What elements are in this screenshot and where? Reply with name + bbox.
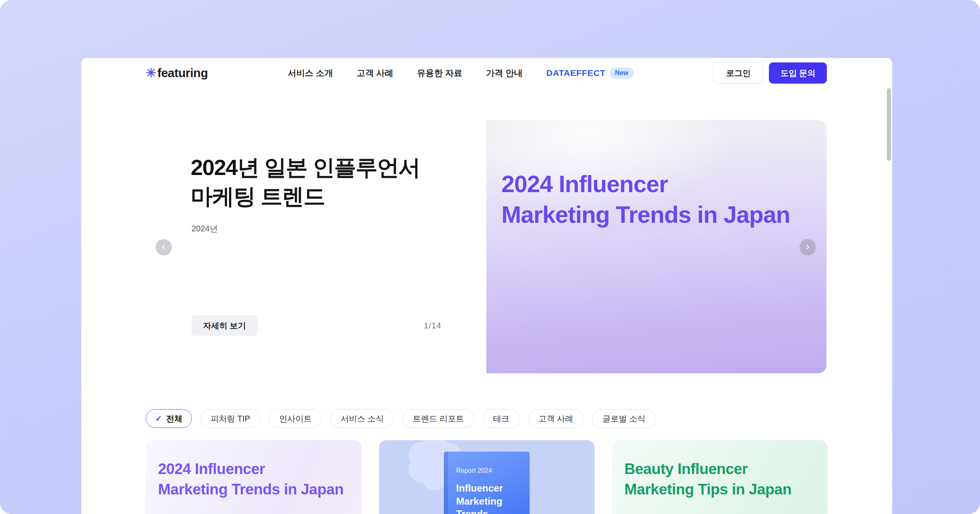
card3-title-line1: Beauty Influencer [624,461,748,477]
nav-links: 서비스 소개 고객 사례 유용한 자료 가격 안내 DATAEFFECT New [288,67,634,79]
report-cover-image: Report 2024 Influencer Marketing Trends … [444,452,530,514]
article-card-grid: 2024 Influencer Marketing Trends in Japa… [146,440,828,514]
nav-item-resources[interactable]: 유용한 자료 [417,67,462,79]
filter-chip-all-label: 전체 [166,413,183,424]
hero-title: 2024년 일본 인플루언서 마케팅 트렌드 [191,153,420,211]
article-card-trends-report[interactable]: Report 2024 Influencer Marketing Trends … [379,440,595,514]
filter-chip-featuring-tip[interactable]: 피처링 TIP [200,409,261,428]
featuring-logo[interactable]: ✳ featuring [146,66,208,80]
filter-chip-tech[interactable]: 테크 [483,409,520,428]
hero-slide-banner-image: 2024 Influencer Marketing Trends in Japa… [486,120,826,373]
filter-chip-global-news[interactable]: 글로벌 소식 [592,409,656,428]
see-more-button[interactable]: 자세히 보기 [192,315,258,336]
card-title-beauty-tips: Beauty Influencer Marketing Tips in Japa… [624,459,791,500]
hero-banner-line2: Marketing Trends in Japan [501,201,790,228]
filter-chip-service-news[interactable]: 서비스 소식 [330,409,394,428]
filter-chip-all[interactable]: ✓ 전체 [146,409,192,428]
hero-banner-title: 2024 Influencer Marketing Trends in Japa… [501,168,790,230]
page-scrollbar[interactable] [887,88,891,161]
logo-asterisk-icon: ✳ [146,67,156,79]
card1-title-line2: Marketing Trends in Japan [158,481,343,498]
dataeffect-label: DATAEFFECT [546,68,606,78]
report-cover-tag: Report 2024 [456,467,521,474]
browser-page: ✳ featuring 서비스 소개 고객 사례 유용한 자료 가격 안내 DA… [81,58,892,514]
card3-title-line2: Marketing Tips in Japan [624,481,791,498]
hero-slide-text-panel: 2024년 일본 인플루언서 마케팅 트렌드 2024년 자세히 보기 1/14 [146,120,486,373]
top-navbar: ✳ featuring 서비스 소개 고객 사례 유용한 자료 가격 안내 DA… [81,58,892,88]
carousel-prev-button[interactable]: ‹ [156,239,172,255]
cover-title-line2: Marketing [456,496,502,507]
filter-chip-trend-report[interactable]: 트렌드 리포트 [403,409,474,428]
nav-item-customer-cases[interactable]: 고객 사례 [356,67,393,79]
hero-banner-line1: 2024 Influencer [501,171,668,197]
report-cover-title: Influencer Marketing Trends Report [456,482,521,514]
hero-title-line1: 2024년 일본 인플루언서 [191,155,420,179]
cover-title-line1: Influencer [456,483,503,494]
logo-text: featuring [157,66,208,80]
card-title-trends-japan: 2024 Influencer Marketing Trends in Japa… [158,459,343,500]
article-card-beauty-tips[interactable]: Beauty Influencer Marketing Tips in Japa… [612,440,828,514]
carousel-next-button[interactable]: › [800,239,816,255]
nav-item-service-intro[interactable]: 서비스 소개 [288,67,333,79]
check-icon: ✓ [155,414,162,423]
hero-subtitle: 2024년 [192,223,218,234]
cover-title-line3: Trends Report [456,508,488,514]
chevron-left-icon: ‹ [162,241,166,252]
hero-title-line2: 마케팅 트렌드 [191,184,325,208]
category-filter-bar: ✓ 전체 피처링 TIP 인사이트 서비스 소식 트렌드 리포트 테크 고객 사… [146,409,656,428]
new-badge: New [610,67,634,79]
login-button[interactable]: 로그인 [713,62,763,84]
nav-actions: 로그인 도입 문의 [713,62,827,84]
contact-button[interactable]: 도입 문의 [769,62,827,84]
article-card-trends-japan[interactable]: 2024 Influencer Marketing Trends in Japa… [146,440,361,514]
filter-chip-insight[interactable]: 인사이트 [269,409,322,428]
desktop-background: ✳ featuring 서비스 소개 고객 사례 유용한 자료 가격 안내 DA… [0,0,980,514]
nav-item-pricing[interactable]: 가격 안내 [486,67,523,79]
chevron-right-icon: › [806,241,810,252]
card1-title-line1: 2024 Influencer [158,461,265,477]
hero-carousel: 2024년 일본 인플루언서 마케팅 트렌드 2024년 자세히 보기 1/14… [146,120,826,373]
carousel-page-indicator: 1/14 [424,321,441,330]
nav-item-dataeffect[interactable]: DATAEFFECT New [546,67,634,79]
filter-chip-customer-cases[interactable]: 고객 사례 [528,409,584,428]
